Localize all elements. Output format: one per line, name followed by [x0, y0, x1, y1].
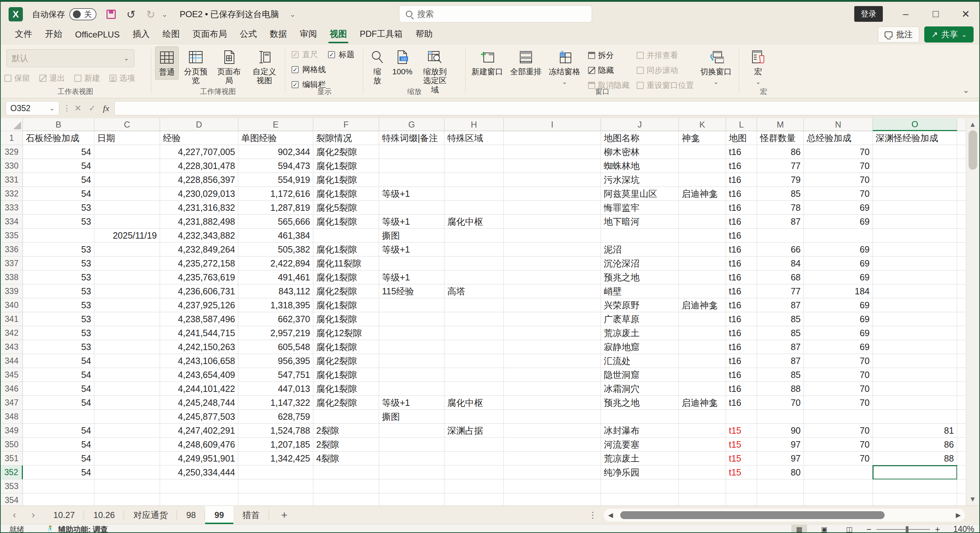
cell-F348[interactable] [313, 410, 379, 424]
cell-O354[interactable] [873, 493, 957, 506]
namebox-splitter[interactable]: ⋮ [63, 103, 71, 113]
cell-I339[interactable] [504, 284, 601, 298]
cell-I336[interactable] [504, 243, 601, 256]
cell-E338[interactable]: 491,461 [238, 270, 313, 284]
formula-input[interactable] [115, 101, 979, 115]
cell-O353[interactable] [873, 479, 957, 493]
cell-K333[interactable] [679, 201, 726, 215]
cell-K345[interactable] [679, 368, 726, 382]
cell-B348[interactable] [23, 410, 94, 424]
cell-E354[interactable] [238, 493, 313, 506]
row-header-340[interactable]: 340 [1, 298, 23, 312]
cell-M352[interactable]: 80 [757, 466, 804, 479]
cell-G333[interactable] [379, 201, 444, 215]
cell-L354[interactable] [726, 493, 757, 506]
cell-H352[interactable] [444, 466, 504, 479]
cell-C344[interactable] [94, 354, 160, 368]
cell-F347[interactable]: 腐化2裂隙 [313, 396, 379, 410]
cell-F341[interactable]: 腐化1裂隙 [313, 312, 379, 326]
cell-F345[interactable]: 腐化1裂隙 [313, 368, 379, 382]
cell-D330[interactable]: 4,228,301,478 [160, 159, 238, 173]
cell-B354[interactable] [23, 493, 94, 506]
cell-B341[interactable]: 53 [23, 312, 94, 326]
menu-tab-数据[interactable]: 数据 [264, 25, 293, 44]
column-header-N[interactable]: N [804, 118, 873, 131]
cell-G334[interactable]: 等级+1 [379, 215, 444, 229]
cell-L333[interactable]: t16 [726, 201, 757, 215]
cell-N351[interactable]: 70 [804, 452, 873, 466]
cell-H351[interactable] [444, 452, 504, 466]
cell-O332[interactable] [873, 187, 957, 201]
cell-K332[interactable]: 启迪神龛 [679, 187, 726, 201]
cell-H353[interactable] [444, 479, 504, 493]
column-header-K[interactable]: K [679, 118, 726, 131]
sheet-tab-10.26[interactable]: 10.26 [84, 506, 124, 524]
cell-E347[interactable]: 1,147,322 [238, 396, 313, 410]
cell-K341[interactable] [679, 312, 726, 326]
column-header-F[interactable]: F [313, 118, 379, 131]
cell-N336[interactable]: 69 [804, 243, 873, 256]
cell-H337[interactable] [444, 256, 504, 270]
cell-L347[interactable]: t16 [726, 396, 757, 410]
cell-C338[interactable] [94, 270, 160, 284]
cell-D341[interactable]: 4,238,587,496 [160, 312, 238, 326]
cell-F337[interactable]: 腐化11裂隙 [313, 256, 379, 270]
cell-O350[interactable]: 86 [873, 438, 957, 452]
cell-H332[interactable] [444, 187, 504, 201]
cell-N337[interactable]: 69 [804, 256, 873, 270]
cell-L329[interactable]: t16 [726, 145, 757, 159]
cell-I347[interactable] [504, 396, 601, 410]
menu-tab-绘图[interactable]: 绘图 [157, 25, 185, 44]
zoom-button[interactable]: 缩放 [366, 46, 389, 88]
cell-K1[interactable]: 神龛 [679, 131, 726, 145]
sheet-tab-对应通货[interactable]: 对应通货 [124, 506, 177, 524]
search-input[interactable]: 搜索 [399, 5, 592, 22]
autosave-toggle[interactable]: 关 [69, 8, 97, 21]
row-header-334[interactable]: 334 [1, 215, 23, 229]
cell-D347[interactable]: 4,245,248,744 [160, 396, 238, 410]
menu-tab-公式[interactable]: 公式 [234, 25, 262, 44]
cell-N345[interactable]: 70 [804, 368, 873, 382]
cell-H347[interactable]: 腐化中枢 [444, 396, 504, 410]
cell-C337[interactable] [94, 256, 160, 270]
cell-N344[interactable]: 70 [804, 354, 873, 368]
cell-I334[interactable] [504, 215, 601, 229]
cell-D346[interactable]: 4,244,101,422 [160, 382, 238, 396]
cell-E337[interactable]: 2,422,894 [238, 256, 313, 270]
cell-L335[interactable]: t16 [726, 229, 757, 243]
page-break-preview-button[interactable]: 分页预览 [179, 46, 213, 88]
column-header-D[interactable]: D [160, 118, 238, 131]
zoom-out-icon[interactable]: − [866, 524, 872, 533]
cell-I348[interactable] [504, 410, 601, 424]
cell-G1[interactable]: 特殊词缀|备注 [379, 131, 444, 145]
cell-M348[interactable] [757, 410, 804, 424]
view-options-button[interactable]: 选项 [109, 73, 135, 84]
cell-M351[interactable]: 97 [757, 452, 804, 466]
cell-L340[interactable]: t16 [726, 298, 757, 312]
cell-H333[interactable] [444, 201, 504, 215]
cell-K329[interactable] [679, 145, 726, 159]
menu-tab-file[interactable]: 文件 [9, 25, 38, 44]
split-button[interactable]: 拆分 [588, 50, 630, 61]
cell-B331[interactable]: 54 [23, 173, 94, 187]
keep-view-button[interactable]: 保留 [4, 73, 30, 84]
cell-O329[interactable] [873, 145, 957, 159]
cell-L343[interactable]: t16 [726, 340, 757, 354]
cell-K348[interactable] [679, 410, 726, 424]
cell-H344[interactable] [444, 354, 504, 368]
autosave-control[interactable]: 自动保存 关 [32, 8, 97, 21]
zoom-slider-track[interactable] [877, 529, 930, 530]
column-header-G[interactable]: G [379, 118, 444, 131]
cell-N347[interactable]: 70 [804, 396, 873, 410]
cell-G338[interactable]: 等级+1 [379, 270, 444, 284]
menu-tab-OfficePLUS[interactable]: OfficePLUS [69, 27, 126, 44]
cell-H346[interactable] [444, 382, 504, 396]
row-header-341[interactable]: 341 [1, 312, 23, 326]
cell-B343[interactable]: 53 [23, 340, 94, 354]
cell-J353[interactable] [601, 479, 679, 493]
cell-H339[interactable]: 高塔 [444, 284, 504, 298]
cell-L344[interactable]: t16 [726, 354, 757, 368]
cell-O334[interactable] [873, 215, 957, 229]
cell-F354[interactable] [313, 493, 379, 506]
cell-I329[interactable] [504, 145, 601, 159]
